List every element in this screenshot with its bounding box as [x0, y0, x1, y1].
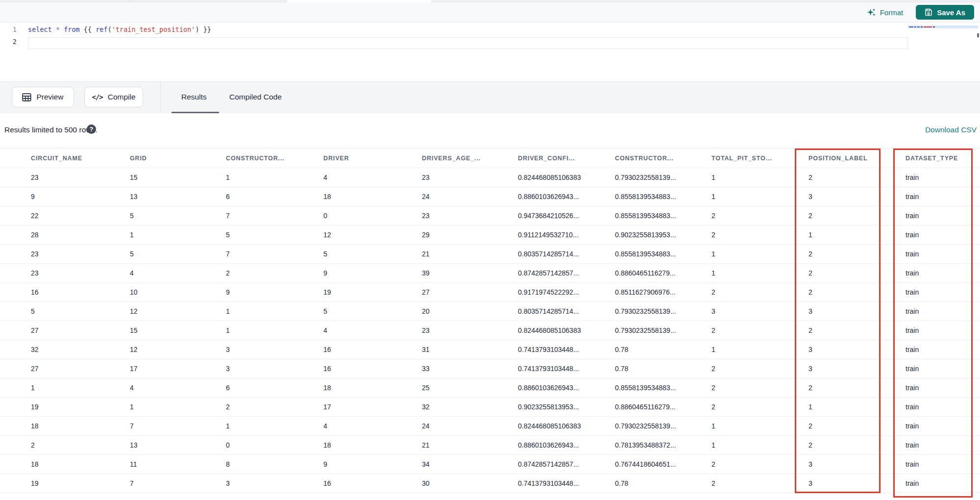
- table-cell: 9: [226, 288, 323, 296]
- minimap-code-line: [908, 25, 978, 28]
- table-row: 281512290.9112149532710...0.902325581395…: [0, 225, 980, 245]
- download-csv-link[interactable]: Download CSV: [925, 125, 977, 134]
- table-cell: train: [906, 460, 980, 468]
- code-brackets-icon: </>: [92, 93, 102, 101]
- code-token-operator: *: [56, 25, 60, 33]
- table-cell: train: [906, 384, 980, 392]
- preview-button[interactable]: Preview: [12, 87, 74, 107]
- table-cell: 1: [226, 422, 323, 430]
- table-cell: 17: [323, 403, 422, 411]
- table-row: 18714240.8244680851063830.7930232558139.…: [0, 417, 980, 436]
- column-header: CONSTRUCTOR...: [226, 155, 323, 162]
- table-cell: 4: [323, 422, 422, 430]
- sql-code-editor[interactable]: 1 2 select * from {{ ref('train_test_pos…: [0, 23, 980, 81]
- editor-minimap[interactable]: [908, 24, 979, 78]
- table-cell: 3: [808, 479, 906, 487]
- table-cell: 2: [808, 326, 906, 334]
- table-cell: 33: [422, 365, 518, 373]
- table-cell: 2: [808, 441, 906, 449]
- table-cell: 12: [130, 307, 226, 315]
- table-cell: train: [906, 288, 980, 296]
- table-cell: 2: [808, 422, 906, 430]
- table-cell: 20: [422, 307, 518, 315]
- compile-button[interactable]: </> Compile: [84, 87, 143, 107]
- column-header: DATASET_TYPE: [906, 155, 980, 162]
- table-cell: 23: [422, 174, 518, 181]
- table-cell: train: [906, 174, 980, 181]
- code-token-plain: {{: [80, 25, 96, 33]
- table-cell: train: [906, 231, 980, 239]
- column-header: CIRCUIT_NAME: [31, 155, 130, 162]
- table-cell: 23: [31, 250, 130, 258]
- table-cell: 25: [422, 384, 518, 392]
- table-cell: 2: [711, 326, 808, 334]
- table-cell: 39: [422, 269, 518, 277]
- column-header: GRID: [130, 155, 226, 162]
- table-row: 3212316310.7413793103448...0.7813train: [0, 340, 980, 359]
- save-as-button[interactable]: Save As: [916, 5, 974, 20]
- table-row: 22570230.9473684210526...0.8558139534883…: [0, 206, 980, 225]
- table-cell: 0.7930232558139...: [615, 422, 711, 430]
- column-header: DRIVER: [323, 155, 422, 162]
- table-cell: 9: [323, 269, 422, 277]
- minimap-scroll-marker[interactable]: [977, 33, 979, 37]
- table-cell: 11: [130, 460, 226, 468]
- table-cell: 18: [323, 441, 422, 449]
- code-token-string: 'train_test_position': [112, 25, 196, 33]
- code-line-1[interactable]: select * from {{ ref('train_test_positio…: [28, 25, 211, 33]
- table-cell: 2: [808, 174, 906, 181]
- table-cell: 12: [323, 231, 422, 239]
- format-button[interactable]: Format: [867, 8, 904, 17]
- table-cell: train: [906, 307, 980, 315]
- table-cell: train: [906, 193, 980, 200]
- tab-compiled-code[interactable]: Compiled Code: [229, 82, 282, 112]
- table-cell: 0.7930232558139...: [615, 326, 711, 334]
- table-cell: 2: [808, 384, 906, 392]
- table-cell: 3: [226, 365, 323, 373]
- table-cell: 9: [323, 460, 422, 468]
- table-cell: 0.824468085106383: [518, 326, 615, 334]
- table-row: 231514230.8244680851063830.7930232558139…: [0, 168, 980, 187]
- table-cell: 0.9171974522292...: [518, 288, 615, 296]
- current-line-highlight[interactable]: [28, 37, 908, 49]
- table-cell: 0.8860103626943...: [518, 441, 615, 449]
- table-cell: 13: [130, 441, 226, 449]
- column-header: DRIVERS_AGE_...: [422, 155, 518, 162]
- table-cell: 8: [226, 460, 323, 468]
- help-icon[interactable]: ?: [87, 125, 96, 134]
- table-cell: 22: [31, 212, 130, 220]
- table-cell: 1: [711, 422, 808, 430]
- row-limit-note: Results limited to 500 rows.: [4, 125, 98, 134]
- table-cell: 32: [31, 346, 130, 353]
- table-cell: 5: [323, 307, 422, 315]
- tab-results[interactable]: Results: [181, 82, 207, 112]
- table-cell: 0.8035714285714...: [518, 250, 615, 258]
- table-cell: 3: [808, 307, 906, 315]
- table-cell: 0.7813953488372...: [615, 441, 711, 449]
- table-cell: 0.824468085106383: [518, 422, 615, 430]
- table-cell: 3: [226, 479, 323, 487]
- table-cell: train: [906, 441, 980, 449]
- preview-label: Preview: [36, 93, 63, 101]
- table-cell: 2: [711, 403, 808, 411]
- table-cell: 0.7930232558139...: [615, 174, 711, 181]
- table-cell: 23: [31, 174, 130, 181]
- table-cell: 0.8558139534883...: [615, 250, 711, 258]
- table-cell: 23: [31, 269, 130, 277]
- code-token-keyword: select: [28, 25, 52, 33]
- table-cell: 17: [130, 365, 226, 373]
- table-grid-icon: [22, 93, 31, 101]
- results-toolbar: Preview </> Compile Results Compiled Cod…: [0, 81, 980, 113]
- table-cell: 2: [31, 441, 130, 449]
- table-cell: 21: [422, 250, 518, 258]
- table-cell: 27: [31, 365, 130, 373]
- table-cell: 2: [808, 288, 906, 296]
- save-as-label: Save As: [937, 8, 965, 17]
- line-number-1: 1: [8, 25, 17, 33]
- table-cell: 18: [31, 422, 130, 430]
- table-cell: 16: [323, 479, 422, 487]
- table-cell: 1: [711, 441, 808, 449]
- table-cell: 0: [226, 441, 323, 449]
- table-cell: 0.78: [615, 479, 711, 487]
- table-cell: 1: [130, 231, 226, 239]
